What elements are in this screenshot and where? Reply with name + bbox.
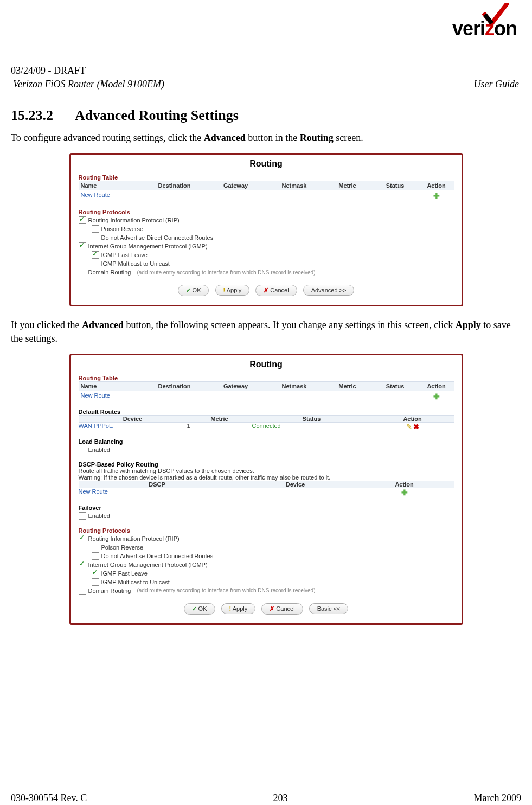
paragraph-1: To configure advanced routing settings, … — [11, 131, 521, 144]
dscp-new-route-row: New Route ✚ — [79, 488, 454, 497]
wan-pppoe-link[interactable]: WAN PPPoE — [79, 423, 187, 431]
footer-left: 030-300554 Rev. C — [11, 793, 87, 804]
dscp-table-header: DSCP Device Action — [79, 481, 454, 488]
new-route-row: New Route ✚ — [79, 391, 454, 402]
default-routes-label: Default Routes — [79, 408, 454, 415]
no-advertise-checkbox[interactable] — [92, 552, 99, 560]
ok-button[interactable]: ✓ OK — [178, 285, 209, 296]
igmp-fast-leave-checkbox[interactable] — [92, 570, 99, 577]
routing-protocols-label: Routing Protocols — [79, 209, 454, 215]
routing-table-header: Name Destination Gateway Netmask Metric … — [79, 181, 454, 190]
dscp-description: Route all traffic with matching DSCP val… — [79, 468, 454, 474]
cancel-button[interactable]: ✗ Cancel — [255, 285, 297, 296]
routing-table-label: Routing Table — [79, 174, 454, 181]
apply-button[interactable]: ! Apply — [221, 603, 256, 614]
igmp-multicast-checkbox[interactable] — [92, 578, 99, 586]
no-advertise-checkbox[interactable] — [92, 234, 99, 241]
check-icon — [482, 3, 509, 27]
new-route-link[interactable]: New Route — [79, 391, 143, 402]
load-balancing-label: Load Balancing — [79, 438, 454, 445]
footer-right: March 2009 — [474, 793, 521, 804]
verizon-logo: verizon — [452, 5, 517, 40]
panel-title: Routing — [71, 355, 462, 370]
page-footer: 030-300554 Rev. C 203 March 2009 — [11, 790, 521, 804]
doc-type: User Guide — [474, 79, 520, 90]
add-icon[interactable]: ✚ — [433, 392, 440, 401]
poison-reverse-checkbox[interactable] — [92, 544, 99, 551]
igmp-fast-leave-checkbox[interactable] — [92, 251, 99, 259]
routing-panel-basic: Routing Routing Table Name Destination G… — [69, 153, 463, 306]
ok-button[interactable]: ✓ OK — [184, 603, 215, 615]
routing-panel-advanced: Routing Routing Table Name Destination G… — [69, 354, 463, 625]
add-icon[interactable]: ✚ — [401, 488, 408, 497]
failover-label: Failover — [79, 504, 454, 511]
failover-checkbox[interactable] — [79, 512, 86, 520]
routing-protocols-label: Routing Protocols — [79, 527, 454, 534]
igmp-multicast-checkbox[interactable] — [92, 260, 99, 267]
igmp-checkbox[interactable] — [79, 561, 86, 568]
dscp-warning: Warning: If the chosen device is marked … — [79, 474, 454, 481]
delete-icon[interactable]: ✖ — [413, 423, 419, 431]
edit-icon[interactable]: ✎ — [406, 423, 412, 431]
paragraph-2: If you clicked the Advanced button, the … — [11, 318, 521, 345]
default-route-row: WAN PPPoE 1 Connected ✎✖ — [79, 423, 454, 431]
basic-button[interactable]: Basic << — [309, 603, 349, 614]
footer-center: 203 — [273, 793, 287, 804]
draft-label: 03/24/09 - DRAFT — [11, 65, 521, 76]
new-route-row: New Route ✚ — [79, 190, 454, 201]
section-heading: 15.23.2Advanced Routing Settings — [11, 107, 521, 124]
new-route-link[interactable]: New Route — [79, 488, 236, 497]
rip-checkbox[interactable] — [79, 216, 86, 224]
load-balancing-checkbox[interactable] — [79, 446, 86, 453]
domain-routing-checkbox[interactable] — [79, 269, 86, 276]
dscp-label: DSCP-Based Policy Routing — [79, 461, 454, 468]
new-route-link[interactable]: New Route — [79, 190, 143, 201]
igmp-checkbox[interactable] — [79, 242, 86, 250]
routing-table-label: Routing Table — [79, 375, 454, 381]
panel-title: Routing — [71, 155, 462, 170]
domain-routing-checkbox[interactable] — [79, 587, 86, 595]
routing-table-header: Name Destination Gateway Netmask Metric … — [79, 381, 454, 391]
cancel-button[interactable]: ✗ Cancel — [261, 603, 303, 615]
add-icon[interactable]: ✚ — [433, 191, 440, 200]
product-name: Verizon FiOS Router (Model 9100EM) — [13, 79, 164, 90]
apply-button[interactable]: ! Apply — [215, 285, 250, 296]
default-routes-header: Device Metric Status Action — [79, 415, 454, 423]
rip-checkbox[interactable] — [79, 535, 86, 542]
poison-reverse-checkbox[interactable] — [92, 225, 99, 233]
advanced-button[interactable]: Advanced >> — [303, 285, 355, 296]
